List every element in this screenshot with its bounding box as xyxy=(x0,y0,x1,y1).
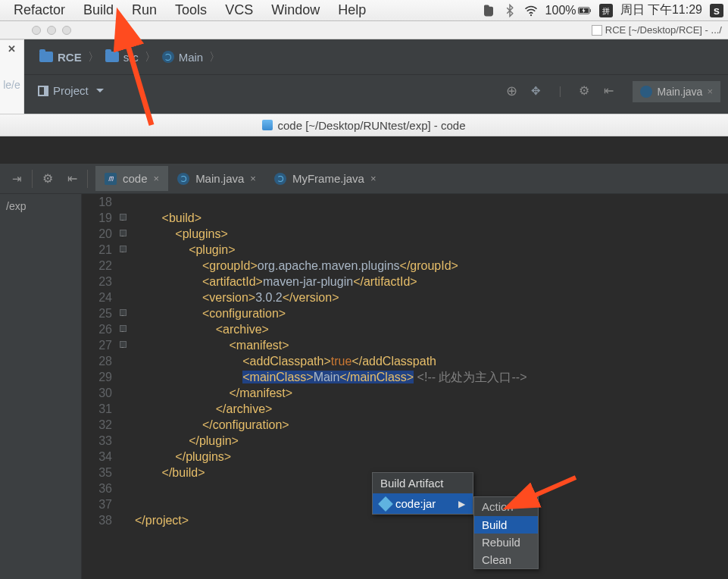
code-line[interactable]: 31 </archive> xyxy=(82,401,728,417)
code-content[interactable]: <groupId>org.apache.maven.plugins</group… xyxy=(135,258,728,274)
code-content[interactable] xyxy=(135,194,728,210)
menu-build[interactable]: Build xyxy=(74,1,123,20)
code-line[interactable]: 28 <addClasspath>true</addClasspath xyxy=(82,353,728,369)
code-content[interactable]: <plugin> xyxy=(135,242,728,258)
code-line[interactable]: 30 </manifest> xyxy=(82,385,728,401)
evernote-icon[interactable] xyxy=(482,4,495,17)
code-content[interactable]: </configuration> xyxy=(135,417,728,433)
editor-tab[interactable]: mcode× xyxy=(95,166,168,191)
fold-gutter[interactable] xyxy=(117,480,135,496)
code-line[interactable]: 21 <plugin> xyxy=(82,242,728,258)
code-content[interactable]: </plugins> xyxy=(135,449,728,465)
input-source-icon[interactable]: 拼 xyxy=(599,4,613,17)
code-content[interactable]: <build> xyxy=(135,210,728,226)
fold-gutter[interactable] xyxy=(117,496,135,512)
code-content[interactable]: <archive> xyxy=(135,321,728,337)
code-content[interactable]: <version>3.0.2</version> xyxy=(135,290,728,305)
code-content[interactable]: <artifactId>maven-jar-plugin</artifactId… xyxy=(135,274,728,290)
fold-toggle-icon[interactable] xyxy=(120,230,127,236)
fold-gutter[interactable] xyxy=(117,305,135,321)
battery-status[interactable]: 100% xyxy=(545,4,592,17)
gear-icon[interactable] xyxy=(40,171,55,186)
fold-gutter[interactable] xyxy=(117,353,135,369)
menu-run[interactable]: Run xyxy=(123,1,166,20)
code-content[interactable]: <mainClass>Main</mainClass> <!-- 此处为主入口-… xyxy=(135,369,728,385)
code-editor[interactable]: 18 19 <build>20 <plugins>21 <plugin>22 <… xyxy=(82,194,728,579)
hide-icon[interactable] xyxy=(64,171,80,186)
menu-tools[interactable]: Tools xyxy=(166,1,216,20)
code-line[interactable]: 22 <groupId>org.apache.maven.plugins</gr… xyxy=(82,258,728,274)
expand-icon[interactable]: ✥ xyxy=(528,83,543,99)
fold-gutter[interactable] xyxy=(117,210,135,226)
editor-tab[interactable]: Main.java× xyxy=(168,166,265,191)
wifi-icon[interactable] xyxy=(524,4,538,17)
artifact-code-jar[interactable]: code:jar ▶ xyxy=(373,493,473,514)
menu-vcs[interactable]: VCS xyxy=(216,1,262,20)
code-content[interactable]: </archive> xyxy=(135,401,728,417)
fold-gutter[interactable] xyxy=(117,385,135,401)
expand-icon[interactable] xyxy=(9,171,24,186)
code-line[interactable]: 27 <manifest> xyxy=(82,337,728,353)
code-line[interactable]: 38</project> xyxy=(82,512,728,528)
fold-toggle-icon[interactable] xyxy=(120,341,127,348)
menu-help[interactable]: Help xyxy=(329,1,375,20)
project-view-selector[interactable]: Project xyxy=(32,81,110,100)
code-line[interactable]: 23 <artifactId>maven-jar-plugin</artifac… xyxy=(82,274,728,290)
hide-icon[interactable] xyxy=(601,83,616,99)
fold-gutter[interactable] xyxy=(117,417,135,433)
sogou-icon[interactable]: S xyxy=(710,4,723,17)
fold-gutter[interactable] xyxy=(117,258,135,274)
code-line[interactable]: 32 </configuration> xyxy=(82,417,728,433)
tab-main-java[interactable]: Main.java × xyxy=(633,80,720,102)
action-clean[interactable]: Clean xyxy=(474,551,538,568)
action-rebuild[interactable]: Rebuild xyxy=(474,534,538,551)
close-tab-icon[interactable]: × xyxy=(154,173,160,184)
fold-toggle-icon[interactable] xyxy=(120,309,127,316)
clock[interactable]: 周日 下午11:29 xyxy=(620,2,702,18)
code-content[interactable]: <configuration> xyxy=(135,305,728,321)
fold-gutter[interactable] xyxy=(117,337,135,353)
code-content[interactable]: </project> xyxy=(135,512,728,528)
traffic-lights[interactable] xyxy=(23,26,80,35)
crumb-src[interactable]: src xyxy=(101,51,143,64)
fold-gutter[interactable] xyxy=(117,433,135,449)
fold-toggle-icon[interactable] xyxy=(120,325,127,332)
gear-icon[interactable] xyxy=(576,83,592,99)
fold-gutter[interactable] xyxy=(117,226,135,242)
close-icon[interactable]: ✕ xyxy=(5,40,19,58)
fold-gutter[interactable] xyxy=(117,465,135,480)
code-line[interactable]: 20 <plugins> xyxy=(82,226,728,242)
code-line[interactable]: 33 </plugin> xyxy=(82,433,728,449)
action-build[interactable]: Build xyxy=(474,516,538,534)
crumb-root[interactable]: RCE xyxy=(35,51,86,64)
fold-gutter[interactable] xyxy=(117,242,135,258)
bluetooth-icon[interactable] xyxy=(503,4,517,17)
code-content[interactable]: <plugins> xyxy=(135,226,728,242)
fold-gutter[interactable] xyxy=(117,274,135,290)
crumb-main[interactable]: Main xyxy=(158,51,208,64)
menu-refactor[interactable]: Refactor xyxy=(5,1,74,20)
code-content[interactable]: </plugin> xyxy=(135,433,728,449)
close-tab-icon[interactable]: × xyxy=(370,173,376,184)
fold-gutter[interactable] xyxy=(117,321,135,337)
fold-toggle-icon[interactable] xyxy=(120,246,127,252)
fold-gutter[interactable] xyxy=(117,512,135,528)
code-line[interactable]: 25 <configuration> xyxy=(82,305,728,321)
locate-icon[interactable] xyxy=(504,83,519,99)
editor-tab[interactable]: MyFrame.java× xyxy=(265,166,386,191)
fold-gutter[interactable] xyxy=(117,290,135,305)
menu-window[interactable]: Window xyxy=(262,1,329,20)
fold-gutter[interactable] xyxy=(117,369,135,385)
code-line[interactable]: 18 xyxy=(82,194,728,210)
project-panel[interactable]: /exp xyxy=(0,194,82,579)
fold-toggle-icon[interactable] xyxy=(120,214,127,221)
code-line[interactable]: 19 <build> xyxy=(82,210,728,226)
code-content[interactable]: <manifest> xyxy=(135,337,728,353)
code-line[interactable]: 24 <version>3.0.2</version> xyxy=(82,290,728,305)
code-line[interactable]: 34 </plugins> xyxy=(82,449,728,465)
code-line[interactable]: 29 <mainClass>Main</mainClass> <!-- 此处为主… xyxy=(82,369,728,385)
code-line[interactable]: 26 <archive> xyxy=(82,321,728,337)
code-content[interactable]: </manifest> xyxy=(135,385,728,401)
close-tab-icon[interactable]: × xyxy=(707,86,713,97)
code-content[interactable]: <addClasspath>true</addClasspath xyxy=(135,353,728,369)
